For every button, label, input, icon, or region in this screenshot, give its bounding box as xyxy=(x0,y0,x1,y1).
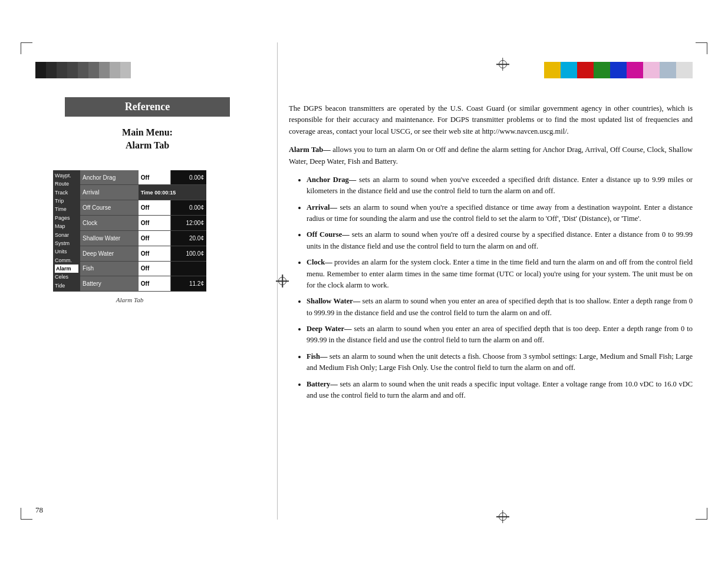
alarm-val-deep: Off xyxy=(139,246,171,261)
right-column: The DGPS beacon transmitters are operate… xyxy=(277,0,728,562)
alarm-num-deep: 100.0¢ xyxy=(171,246,206,261)
alarm-num-offcourse: 0.00¢ xyxy=(171,200,206,216)
menu-item-systm: Systm xyxy=(55,239,78,247)
menu-title: Main Menu: Alarm Tab xyxy=(35,126,259,153)
alarm-label-clock: Clock xyxy=(80,216,139,231)
bullet-clock: Clock— provides an alarm for the system … xyxy=(307,257,693,291)
alarm-val-clock: Off xyxy=(139,216,171,231)
page-number: 78 xyxy=(35,505,43,515)
color-swatch xyxy=(120,62,131,78)
color-swatch xyxy=(46,62,57,78)
corner-mark-tl xyxy=(21,42,32,54)
alarm-label-fish: Fish xyxy=(80,261,139,276)
alarm-tab-intro: Alarm Tab— allows you to turn an alarm O… xyxy=(289,144,693,167)
alarm-num-fish xyxy=(171,261,206,276)
menu-item-tide: Tide xyxy=(55,282,78,290)
alarm-val-shallow: Off xyxy=(139,230,171,246)
color-swatch xyxy=(35,62,46,78)
color-swatch xyxy=(67,62,78,78)
menu-item-celes: Celes xyxy=(55,273,78,281)
menu-item-map: Map xyxy=(55,222,78,230)
alarm-label-deep: Deep Water xyxy=(80,246,139,261)
page: Reference Main Menu: Alarm Tab Waypt. Ro… xyxy=(0,0,728,562)
reference-box: Reference Main Menu: Alarm Tab xyxy=(35,97,259,164)
menu-item-comm: Comm. xyxy=(55,256,78,265)
menu-item-pages: Pages xyxy=(55,214,78,222)
color-swatch xyxy=(99,62,110,78)
alarm-val-fish: Off xyxy=(139,261,171,276)
alarm-num-battery: 11.2¢ xyxy=(171,276,206,292)
alarm-val-arrival: Time 00:00:15 xyxy=(139,185,206,200)
color-bar-left xyxy=(35,62,131,78)
bullet-fish: Fish— sets an alarm to sound when the un… xyxy=(307,351,693,374)
menu-item-time: Time xyxy=(55,205,78,213)
color-swatch-magenta xyxy=(627,62,643,78)
corner-mark-bl xyxy=(21,508,32,520)
color-bar-right xyxy=(544,62,693,78)
intro-paragraph: The DGPS beacon transmitters are operate… xyxy=(289,103,693,137)
alarm-bullet-list: Anchor Drag— sets an alarm to sound when… xyxy=(307,174,693,401)
color-swatch-lightblue xyxy=(660,62,676,78)
alarm-label-battery: Battery xyxy=(80,276,139,292)
alarm-num-shallow: 20.0¢ xyxy=(171,230,206,246)
menu-item-alarm: Alarm xyxy=(55,265,78,273)
color-swatch xyxy=(78,62,88,78)
table-row: Waypt. Route Track Trip Time Pages Map S… xyxy=(53,170,206,185)
menu-item-waypt: Waypt. xyxy=(55,171,78,180)
alarm-label-shallow: Shallow Water xyxy=(80,230,139,246)
alarm-val-anchor: Off xyxy=(139,170,171,185)
color-swatch-lightgray xyxy=(676,62,693,78)
bullet-anchor-drag: Anchor Drag— sets an alarm to sound when… xyxy=(307,174,693,197)
alarm-num-clock: 12:00¢ xyxy=(171,216,206,231)
menu-item-trip: Trip xyxy=(55,197,78,205)
alarm-num-anchor: 0.00¢ xyxy=(171,170,206,185)
left-crosshair xyxy=(277,276,288,286)
menu-item-sonar: Sonar xyxy=(55,231,78,239)
alarm-caption: Alarm Tab xyxy=(53,296,206,303)
color-swatch-yellow xyxy=(544,62,561,78)
color-swatch-red xyxy=(577,62,594,78)
color-swatch-cyan xyxy=(561,62,577,78)
bullet-arrival: Arrival— sets an alarm to sound when you… xyxy=(307,202,693,225)
left-column: Reference Main Menu: Alarm Tab Waypt. Ro… xyxy=(0,0,277,562)
section-title: Reference xyxy=(65,97,230,117)
menu-item-route: Route xyxy=(55,180,78,188)
color-swatch xyxy=(57,62,67,78)
alarm-label-anchor: Anchor Drag xyxy=(80,170,139,185)
menu-item-track: Track xyxy=(55,189,78,197)
alarm-label-offcourse: Off Course xyxy=(80,200,139,216)
bottom-crosshair xyxy=(498,511,508,522)
corner-mark-br xyxy=(696,508,707,520)
color-swatch-lightpink xyxy=(643,62,660,78)
bullet-deep-water: Deep Water— sets an alarm to sound when … xyxy=(307,323,693,346)
alarm-val-battery: Off xyxy=(139,276,171,292)
dark-blocks xyxy=(35,62,131,78)
alarm-label-arrival: Arrival xyxy=(80,185,139,200)
color-swatch-blue xyxy=(610,62,627,78)
color-swatch xyxy=(88,62,99,78)
color-swatch-green xyxy=(594,62,610,78)
bullet-off-course: Off Course— sets an alarm to sound when … xyxy=(307,229,693,252)
alarm-table-wrap: Waypt. Route Track Trip Time Pages Map S… xyxy=(53,170,206,303)
bullet-battery: Battery— sets an alarm to sound when the… xyxy=(307,379,693,402)
menu-item-units: Units xyxy=(55,247,78,256)
alarm-val-offcourse: Off xyxy=(139,200,171,216)
corner-mark-tr xyxy=(696,42,707,54)
color-swatch xyxy=(110,62,120,78)
bullet-shallow-water: Shallow Water— sets an alarm to sound wh… xyxy=(307,296,693,319)
top-crosshair xyxy=(498,59,508,70)
alarm-table: Waypt. Route Track Trip Time Pages Map S… xyxy=(53,170,206,292)
